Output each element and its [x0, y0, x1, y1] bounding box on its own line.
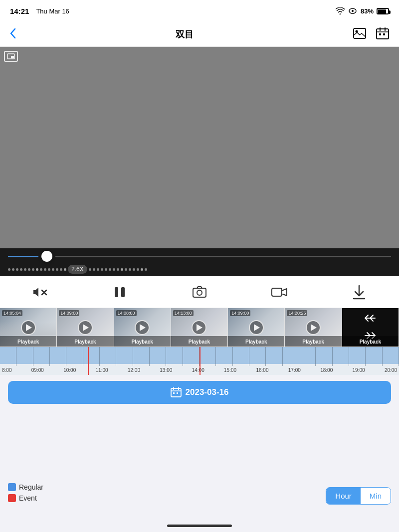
svg-point-17: [197, 290, 202, 295]
thumbnail-2[interactable]: 14:09:00 Playback: [57, 308, 114, 347]
gallery-button[interactable]: [351, 25, 368, 43]
zoom-level: 2.6X: [68, 265, 87, 274]
play-btn-3[interactable]: [135, 320, 150, 335]
svg-rect-11: [11, 56, 14, 58]
tl-20: 20:00: [385, 367, 397, 373]
back-button[interactable]: [8, 26, 18, 42]
legend-area: Regular Event: [8, 483, 43, 502]
tl-10: 10:00: [63, 367, 76, 373]
controls-bar: [0, 276, 399, 308]
thumb-label-5: Playback: [245, 339, 267, 345]
red-indicator-2: [200, 347, 200, 375]
battery-percent: 83%: [361, 7, 374, 15]
nav-bar: 双目: [0, 22, 399, 47]
pause-button[interactable]: [108, 280, 132, 304]
mute-icon: [32, 286, 47, 299]
page-wrapper: 14:21 Thu Mar 16 83%: [0, 0, 399, 532]
download-button[interactable]: [347, 280, 371, 304]
video-content: [0, 47, 399, 248]
tl-16: 16:00: [256, 367, 268, 373]
thumb-label-3: Playback: [132, 339, 153, 345]
tl-15: 15:00: [224, 367, 236, 373]
tl-14: 14:00: [192, 367, 204, 373]
svg-rect-25: [177, 392, 178, 394]
legend-regular: Regular: [8, 483, 43, 491]
thumb-time-6: 14:20:25: [287, 310, 307, 316]
legend-regular-box: [8, 483, 16, 491]
play-btn-6[interactable]: [306, 320, 321, 335]
tl-18: 18:00: [320, 367, 333, 373]
thumb-time-2: 14:09:00: [59, 310, 79, 316]
legend-event-box: [8, 494, 16, 502]
record-button[interactable]: [267, 280, 291, 304]
video-bottom-bar: 2.6X: [0, 248, 399, 276]
thumbnail-6[interactable]: 14:20:25 Playback: [285, 308, 342, 347]
status-bar: 14:21 Thu Mar 16 83%: [0, 0, 399, 22]
screenshot-button[interactable]: [188, 280, 211, 304]
hour-button[interactable]: Hour: [326, 488, 361, 504]
date-display: 2023-03-16: [186, 387, 229, 397]
prev-page-button[interactable]: [364, 313, 376, 325]
thumbnail-4[interactable]: 14:13:00 Playback: [171, 308, 228, 347]
gallery-icon: [353, 28, 366, 39]
tl-17: 17:00: [288, 367, 301, 373]
svg-rect-18: [272, 288, 282, 296]
legend-event-label: Event: [19, 494, 37, 502]
thumb-label-4: Playback: [189, 339, 210, 345]
day-display: Thu Mar 16: [36, 7, 69, 15]
svg-rect-15: [121, 287, 125, 297]
legend-regular-label: Regular: [19, 483, 43, 491]
red-indicator-1: [88, 347, 89, 375]
svg-point-3: [356, 30, 358, 33]
calendar-icon-nav: [376, 27, 389, 39]
play-btn-1[interactable]: [21, 320, 36, 335]
svg-rect-8: [379, 33, 381, 35]
time-display: 14:21: [10, 7, 29, 15]
tl-8: 8:00: [2, 367, 11, 373]
nav-right: [351, 25, 391, 43]
svg-rect-9: [383, 33, 385, 35]
thumbnail-1[interactable]: 14:05:04 Playback: [0, 308, 57, 347]
tl-9: 09:00: [31, 367, 44, 373]
download-icon: [353, 285, 366, 300]
pip-icon: [4, 51, 18, 62]
signal-icon: [349, 7, 357, 14]
home-indicator: [167, 525, 232, 527]
calendar-button[interactable]: [374, 25, 391, 43]
mute-button[interactable]: [28, 280, 52, 304]
thumb-time-3: 14:08:00: [116, 310, 137, 316]
date-selector[interactable]: 2023-03-16: [8, 381, 391, 404]
date-calendar-icon: [171, 387, 182, 397]
svg-rect-16: [193, 288, 206, 297]
screenshot-icon: [192, 286, 207, 299]
battery-icon: [377, 8, 389, 14]
status-right: 83%: [336, 7, 389, 15]
tl-19: 19:00: [353, 367, 365, 373]
play-btn-5[interactable]: [249, 320, 264, 335]
svg-rect-14: [115, 287, 118, 297]
video-container: 2.6X: [0, 47, 399, 276]
thumb-time-5: 14:09:00: [230, 310, 250, 316]
nav-title: 双目: [176, 28, 194, 40]
thumb-label-7: Playback: [360, 339, 381, 345]
status-left: 14:21 Thu Mar 16: [10, 7, 69, 15]
legend-event: Event: [8, 494, 43, 502]
thumb-time-4: 14:13:00: [173, 310, 194, 316]
pause-icon: [113, 286, 126, 299]
thumbnail-strip: 14:05:04 Playback 14:09:00 Playback 14:0…: [0, 308, 399, 347]
svg-rect-20: [171, 388, 181, 397]
thumb-label-2: Playback: [74, 339, 96, 345]
svg-point-1: [352, 10, 354, 12]
play-btn-2[interactable]: [78, 320, 93, 335]
wifi-icon: [336, 7, 345, 14]
tl-12: 12:00: [128, 367, 140, 373]
time-range-buttons: Hour Min: [326, 487, 391, 505]
timeline-container[interactable]: 8:00 09:00 10:00 11:00 12:00 13:00 14:00…: [0, 347, 399, 375]
progress-thumb[interactable]: [41, 251, 52, 262]
min-button[interactable]: Min: [361, 488, 391, 504]
record-icon: [271, 286, 288, 299]
tl-11: 11:00: [96, 367, 108, 373]
thumbnail-3[interactable]: 14:08:00 Playback: [114, 308, 171, 347]
thumbnail-5[interactable]: 14:09:00 Playback: [228, 308, 285, 347]
thumbnail-nav[interactable]: Playback: [342, 308, 399, 347]
